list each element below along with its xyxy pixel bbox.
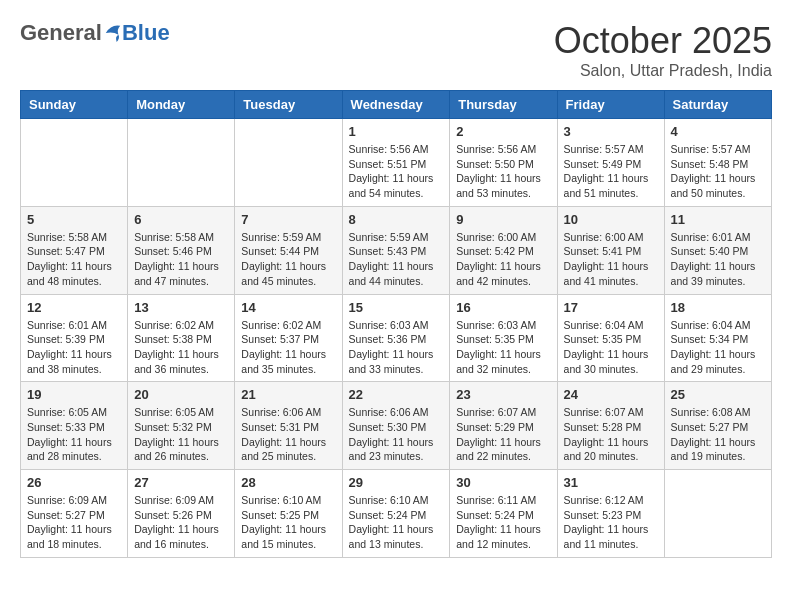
calendar-week-2: 5Sunrise: 5:58 AM Sunset: 5:47 PM Daylig… [21,206,772,294]
day-info: Sunrise: 6:05 AM Sunset: 5:32 PM Dayligh… [134,405,228,464]
day-info: Sunrise: 6:07 AM Sunset: 5:29 PM Dayligh… [456,405,550,464]
calendar-cell: 7Sunrise: 5:59 AM Sunset: 5:44 PM Daylig… [235,206,342,294]
day-number: 11 [671,212,765,227]
calendar-cell: 27Sunrise: 6:09 AM Sunset: 5:26 PM Dayli… [128,470,235,558]
day-info: Sunrise: 6:01 AM Sunset: 5:40 PM Dayligh… [671,230,765,289]
day-number: 20 [134,387,228,402]
calendar-cell: 30Sunrise: 6:11 AM Sunset: 5:24 PM Dayli… [450,470,557,558]
day-info: Sunrise: 6:05 AM Sunset: 5:33 PM Dayligh… [27,405,121,464]
calendar-cell: 29Sunrise: 6:10 AM Sunset: 5:24 PM Dayli… [342,470,450,558]
calendar-week-1: 1Sunrise: 5:56 AM Sunset: 5:51 PM Daylig… [21,119,772,207]
calendar-cell: 13Sunrise: 6:02 AM Sunset: 5:38 PM Dayli… [128,294,235,382]
day-number: 6 [134,212,228,227]
day-number: 29 [349,475,444,490]
calendar-cell: 17Sunrise: 6:04 AM Sunset: 5:35 PM Dayli… [557,294,664,382]
day-info: Sunrise: 5:58 AM Sunset: 5:47 PM Dayligh… [27,230,121,289]
weekday-header-monday: Monday [128,91,235,119]
calendar-cell: 28Sunrise: 6:10 AM Sunset: 5:25 PM Dayli… [235,470,342,558]
calendar-cell: 18Sunrise: 6:04 AM Sunset: 5:34 PM Dayli… [664,294,771,382]
day-number: 14 [241,300,335,315]
day-info: Sunrise: 6:09 AM Sunset: 5:27 PM Dayligh… [27,493,121,552]
day-info: Sunrise: 5:59 AM Sunset: 5:43 PM Dayligh… [349,230,444,289]
calendar-cell [128,119,235,207]
day-info: Sunrise: 6:00 AM Sunset: 5:42 PM Dayligh… [456,230,550,289]
day-info: Sunrise: 6:12 AM Sunset: 5:23 PM Dayligh… [564,493,658,552]
calendar-cell: 6Sunrise: 5:58 AM Sunset: 5:46 PM Daylig… [128,206,235,294]
day-info: Sunrise: 5:58 AM Sunset: 5:46 PM Dayligh… [134,230,228,289]
day-info: Sunrise: 5:57 AM Sunset: 5:48 PM Dayligh… [671,142,765,201]
calendar-cell: 3Sunrise: 5:57 AM Sunset: 5:49 PM Daylig… [557,119,664,207]
calendar-cell: 5Sunrise: 5:58 AM Sunset: 5:47 PM Daylig… [21,206,128,294]
calendar-cell: 21Sunrise: 6:06 AM Sunset: 5:31 PM Dayli… [235,382,342,470]
day-number: 7 [241,212,335,227]
logo-blue: Blue [122,20,170,46]
day-number: 25 [671,387,765,402]
logo-bird-icon [104,22,122,44]
day-info: Sunrise: 6:07 AM Sunset: 5:28 PM Dayligh… [564,405,658,464]
calendar-cell: 22Sunrise: 6:06 AM Sunset: 5:30 PM Dayli… [342,382,450,470]
calendar-cell: 15Sunrise: 6:03 AM Sunset: 5:36 PM Dayli… [342,294,450,382]
calendar-header-row: SundayMondayTuesdayWednesdayThursdayFrid… [21,91,772,119]
calendar-cell: 2Sunrise: 5:56 AM Sunset: 5:50 PM Daylig… [450,119,557,207]
day-info: Sunrise: 5:56 AM Sunset: 5:51 PM Dayligh… [349,142,444,201]
day-info: Sunrise: 6:04 AM Sunset: 5:34 PM Dayligh… [671,318,765,377]
weekday-header-wednesday: Wednesday [342,91,450,119]
calendar-cell: 9Sunrise: 6:00 AM Sunset: 5:42 PM Daylig… [450,206,557,294]
day-number: 23 [456,387,550,402]
calendar-cell [21,119,128,207]
day-number: 12 [27,300,121,315]
day-info: Sunrise: 6:06 AM Sunset: 5:31 PM Dayligh… [241,405,335,464]
day-number: 15 [349,300,444,315]
calendar-week-5: 26Sunrise: 6:09 AM Sunset: 5:27 PM Dayli… [21,470,772,558]
calendar-cell: 24Sunrise: 6:07 AM Sunset: 5:28 PM Dayli… [557,382,664,470]
calendar-cell: 14Sunrise: 6:02 AM Sunset: 5:37 PM Dayli… [235,294,342,382]
day-number: 30 [456,475,550,490]
weekday-header-sunday: Sunday [21,91,128,119]
day-number: 22 [349,387,444,402]
weekday-header-tuesday: Tuesday [235,91,342,119]
day-number: 13 [134,300,228,315]
calendar-week-3: 12Sunrise: 6:01 AM Sunset: 5:39 PM Dayli… [21,294,772,382]
day-number: 2 [456,124,550,139]
calendar-cell: 19Sunrise: 6:05 AM Sunset: 5:33 PM Dayli… [21,382,128,470]
calendar-cell [235,119,342,207]
day-number: 8 [349,212,444,227]
calendar-cell [664,470,771,558]
calendar-week-4: 19Sunrise: 6:05 AM Sunset: 5:33 PM Dayli… [21,382,772,470]
calendar-cell: 4Sunrise: 5:57 AM Sunset: 5:48 PM Daylig… [664,119,771,207]
day-number: 27 [134,475,228,490]
day-info: Sunrise: 6:04 AM Sunset: 5:35 PM Dayligh… [564,318,658,377]
calendar-cell: 23Sunrise: 6:07 AM Sunset: 5:29 PM Dayli… [450,382,557,470]
day-number: 4 [671,124,765,139]
day-number: 26 [27,475,121,490]
calendar-table: SundayMondayTuesdayWednesdayThursdayFrid… [20,90,772,558]
weekday-header-friday: Friday [557,91,664,119]
calendar-cell: 31Sunrise: 6:12 AM Sunset: 5:23 PM Dayli… [557,470,664,558]
day-info: Sunrise: 6:03 AM Sunset: 5:36 PM Dayligh… [349,318,444,377]
day-info: Sunrise: 6:02 AM Sunset: 5:37 PM Dayligh… [241,318,335,377]
day-number: 17 [564,300,658,315]
day-number: 31 [564,475,658,490]
day-info: Sunrise: 6:06 AM Sunset: 5:30 PM Dayligh… [349,405,444,464]
calendar-cell: 16Sunrise: 6:03 AM Sunset: 5:35 PM Dayli… [450,294,557,382]
logo-text: General Blue [20,20,170,46]
day-info: Sunrise: 5:57 AM Sunset: 5:49 PM Dayligh… [564,142,658,201]
day-number: 24 [564,387,658,402]
day-number: 3 [564,124,658,139]
day-info: Sunrise: 6:10 AM Sunset: 5:25 PM Dayligh… [241,493,335,552]
day-number: 18 [671,300,765,315]
day-number: 9 [456,212,550,227]
day-info: Sunrise: 6:08 AM Sunset: 5:27 PM Dayligh… [671,405,765,464]
weekday-header-thursday: Thursday [450,91,557,119]
logo: General Blue [20,20,170,46]
title-area: October 2025 Salon, Uttar Pradesh, India [554,20,772,80]
calendar-cell: 12Sunrise: 6:01 AM Sunset: 5:39 PM Dayli… [21,294,128,382]
calendar-cell: 10Sunrise: 6:00 AM Sunset: 5:41 PM Dayli… [557,206,664,294]
calendar-cell: 25Sunrise: 6:08 AM Sunset: 5:27 PM Dayli… [664,382,771,470]
day-number: 1 [349,124,444,139]
day-number: 10 [564,212,658,227]
day-info: Sunrise: 6:01 AM Sunset: 5:39 PM Dayligh… [27,318,121,377]
logo-general: General [20,20,102,46]
day-info: Sunrise: 6:10 AM Sunset: 5:24 PM Dayligh… [349,493,444,552]
calendar-cell: 1Sunrise: 5:56 AM Sunset: 5:51 PM Daylig… [342,119,450,207]
